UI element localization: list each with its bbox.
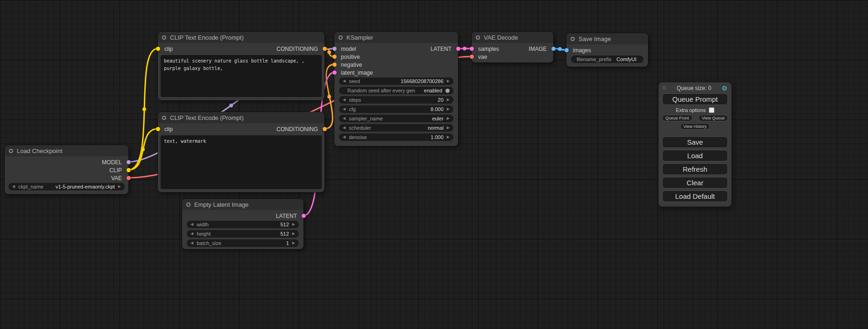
input-dot[interactable] — [332, 47, 337, 51]
node-titlebar[interactable]: Load Checkpoint — [5, 145, 128, 156]
input-dot[interactable] — [156, 47, 160, 51]
input-slot-positive[interactable]: positive — [334, 53, 458, 61]
increment-arrow-icon[interactable]: ▶ — [447, 126, 450, 130]
widget-width[interactable]: ◀ width 512 ▶ — [187, 221, 299, 228]
decrement-arrow-icon[interactable]: ◀ — [343, 117, 346, 120]
widget-steps[interactable]: ◀ steps 20 ▶ — [339, 96, 453, 104]
node-save-image[interactable]: Save Image images filename_prefix ComfyU… — [566, 33, 648, 67]
node-titlebar[interactable]: Empty Latent Image — [182, 199, 303, 210]
slot-row-samples-image[interactable]: samples IMAGE — [472, 45, 553, 53]
widget-cfg[interactable]: ◀ cfg 8.000 ▶ — [339, 105, 453, 113]
decrement-arrow-icon[interactable]: ◀ — [343, 135, 346, 139]
input-dot[interactable] — [156, 127, 160, 131]
node-titlebar[interactable]: CLIP Text Encode (Prompt) — [158, 112, 325, 123]
widget-filename-prefix[interactable]: filename_prefix ComfyUI — [571, 56, 643, 63]
slot-row-clip-conditioning[interactable]: clip CONDITIONING — [158, 45, 325, 53]
decrement-arrow-icon[interactable]: ◀ — [343, 98, 346, 102]
widget-denoise[interactable]: ◀ denoise 1.000 ▶ — [339, 133, 453, 141]
load-default-button[interactable]: Load Default — [662, 190, 728, 202]
widget-batch-size[interactable]: ◀ batch_size 1 ▶ — [187, 239, 299, 247]
output-dot[interactable] — [302, 214, 306, 218]
output-slot-vae[interactable]: VAE — [5, 174, 128, 182]
collapse-dot-icon[interactable] — [339, 35, 343, 40]
output-dot[interactable] — [127, 160, 131, 164]
output-dot[interactable] — [323, 47, 327, 51]
decrement-arrow-icon[interactable]: ◀ — [343, 79, 346, 83]
node-ksampler[interactable]: KSampler model LATENT positive negative … — [334, 32, 458, 146]
increment-arrow-icon[interactable]: ▶ — [447, 98, 450, 102]
increment-arrow-icon[interactable]: ▶ — [292, 223, 295, 226]
widget-ckpt-name[interactable]: ◀ ckpt_name v1-5-pruned-emaonly.ckpt ▶ — [8, 183, 125, 190]
decrement-arrow-icon[interactable]: ◀ — [191, 241, 193, 245]
input-slot-vae[interactable]: vae — [472, 53, 553, 61]
decrement-arrow-icon[interactable]: ◀ — [343, 107, 346, 111]
output-slot-latent[interactable]: LATENT — [182, 212, 303, 220]
node-clip-text-encode-positive[interactable]: CLIP Text Encode (Prompt) clip CONDITION… — [158, 32, 325, 100]
widget-random-seed-toggle[interactable]: Random seed after every gen enabled — [339, 87, 453, 94]
input-slot-negative[interactable]: negative — [334, 61, 458, 69]
decrement-arrow-icon[interactable]: ◀ — [12, 185, 15, 189]
clear-button[interactable]: Clear — [662, 177, 728, 189]
refresh-button[interactable]: Refresh — [662, 163, 728, 175]
collapse-dot-icon[interactable] — [9, 149, 13, 153]
output-dot[interactable] — [127, 168, 131, 172]
decrement-arrow-icon[interactable]: ◀ — [191, 232, 193, 236]
decrement-arrow-icon[interactable]: ◀ — [191, 223, 193, 226]
widget-height[interactable]: ◀ height 512 ▶ — [187, 230, 299, 238]
input-dot[interactable] — [332, 63, 337, 67]
queue-front-button[interactable]: Queue Front — [662, 115, 692, 121]
input-slot-latent-image[interactable]: latent_image — [334, 69, 458, 77]
increment-arrow-icon[interactable]: ▶ — [447, 135, 450, 139]
slot-label: vae — [478, 54, 487, 60]
load-button[interactable]: Load — [662, 150, 728, 161]
save-button[interactable]: Save — [662, 136, 728, 148]
input-dot[interactable] — [470, 47, 474, 51]
input-dot[interactable] — [470, 55, 474, 59]
collapse-dot-icon[interactable] — [162, 35, 166, 40]
output-dot[interactable] — [456, 47, 460, 51]
increment-arrow-icon[interactable]: ▶ — [292, 232, 295, 236]
node-titlebar[interactable]: Save Image — [566, 33, 648, 44]
increment-arrow-icon[interactable]: ▶ — [447, 117, 450, 120]
input-dot[interactable] — [332, 55, 337, 59]
extra-options-checkbox[interactable] — [709, 107, 714, 113]
node-titlebar[interactable]: KSampler — [334, 32, 458, 43]
toggle-dot-icon[interactable] — [445, 89, 450, 93]
node-titlebar[interactable]: VAE Decode — [472, 32, 553, 43]
collapse-dot-icon[interactable] — [476, 35, 480, 40]
input-slot-images[interactable]: images — [566, 46, 648, 54]
decrement-arrow-icon[interactable]: ◀ — [343, 126, 346, 130]
node-clip-text-encode-negative[interactable]: CLIP Text Encode (Prompt) clip CONDITION… — [158, 112, 325, 192]
slot-row-clip-conditioning[interactable]: clip CONDITIONING — [158, 125, 325, 133]
node-titlebar[interactable]: CLIP Text Encode (Prompt) — [158, 32, 325, 43]
drag-handle-icon[interactable]: ⠿ — [663, 85, 666, 91]
node-vae-decode[interactable]: VAE Decode samples IMAGE vae — [472, 32, 553, 63]
node-graph-canvas[interactable]: Load Checkpoint MODEL CLIP VAE ◀ ckpt_na… — [0, 0, 868, 329]
view-history-button[interactable]: View History — [680, 123, 710, 130]
increment-arrow-icon[interactable]: ▶ — [447, 107, 450, 111]
collapse-dot-icon[interactable] — [186, 203, 191, 207]
increment-arrow-icon[interactable]: ▶ — [292, 241, 295, 245]
increment-arrow-icon[interactable]: ▶ — [118, 185, 121, 189]
output-dot[interactable] — [127, 176, 131, 180]
input-dot[interactable] — [565, 48, 569, 52]
settings-gear-icon[interactable]: ⚙ — [721, 85, 727, 91]
slot-row-model-latent[interactable]: model LATENT — [334, 45, 458, 53]
widget-scheduler[interactable]: ◀ scheduler normal ▶ — [339, 124, 453, 132]
output-slot-clip[interactable]: CLIP — [5, 166, 128, 174]
increment-arrow-icon[interactable]: ▶ — [447, 79, 450, 83]
node-load-checkpoint[interactable]: Load Checkpoint MODEL CLIP VAE ◀ ckpt_na… — [5, 145, 128, 194]
queue-prompt-button[interactable]: Queue Prompt — [662, 93, 728, 105]
collapse-dot-icon[interactable] — [162, 116, 166, 120]
output-dot[interactable] — [551, 47, 556, 51]
view-queue-button[interactable]: View Queue — [699, 115, 728, 121]
node-empty-latent-image[interactable]: Empty Latent Image LATENT ◀ width 512 ▶ … — [182, 199, 303, 249]
input-dot[interactable] — [332, 70, 337, 75]
widget-seed[interactable]: ◀ seed 156680208700286 ▶ — [339, 77, 453, 85]
collapse-dot-icon[interactable] — [571, 37, 575, 41]
prompt-textarea[interactable]: beautiful scenery nature glass bottle la… — [161, 55, 322, 97]
prompt-textarea[interactable]: text, watermark — [161, 135, 322, 189]
output-slot-model[interactable]: MODEL — [5, 158, 128, 166]
widget-sampler-name[interactable]: ◀ sampler_name euler ▶ — [339, 115, 453, 122]
output-dot[interactable] — [323, 127, 327, 131]
